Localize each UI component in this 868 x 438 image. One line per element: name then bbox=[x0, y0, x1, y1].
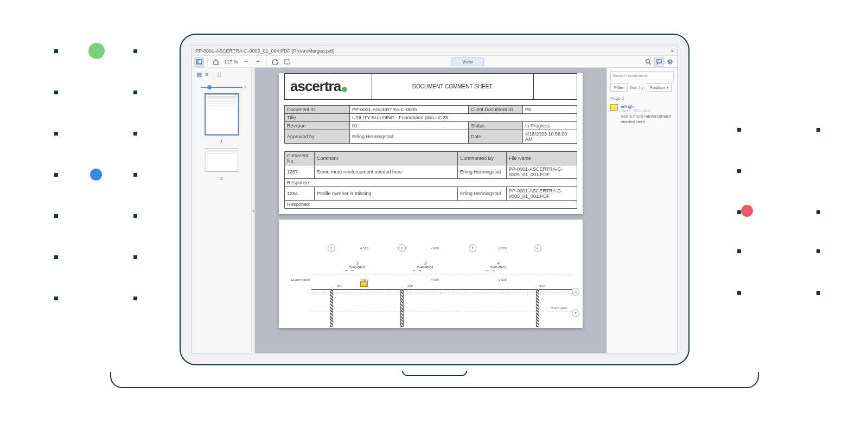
decor-square-dot bbox=[54, 91, 58, 94]
zoom-level[interactable]: 117 % bbox=[223, 59, 239, 65]
axis-letter: G bbox=[572, 288, 579, 295]
document-viewport[interactable]: ascertra DOCUMENT COMMENT SHEET. Documen… bbox=[255, 68, 607, 353]
beam-num: 2 bbox=[349, 261, 366, 266]
dimension-text: 330 bbox=[539, 285, 545, 288]
window-close-button[interactable]: × bbox=[671, 48, 674, 54]
table-row: Revision 01 Status In Progress bbox=[285, 122, 577, 130]
page-thumbnail-2[interactable] bbox=[206, 148, 238, 172]
dimension-text: 6 000 bbox=[499, 278, 507, 281]
thumb-size-slider[interactable]: − + bbox=[196, 84, 247, 90]
plus-icon: + bbox=[257, 59, 260, 65]
thumb-page-number: 2 bbox=[220, 176, 222, 181]
comments-search-input[interactable]: Search comments bbox=[610, 71, 674, 80]
axis-letter: F bbox=[572, 310, 579, 317]
sort-select[interactable]: Position ▾ bbox=[647, 83, 671, 92]
comment-author: erlingh bbox=[621, 104, 674, 109]
decor-square-dot bbox=[133, 49, 137, 53]
col-comment: Comment bbox=[315, 152, 458, 165]
value-doc-id: PP-0001-ASCERTRA-C-0005 bbox=[350, 106, 469, 114]
doc-header: ascertra DOCUMENT COMMENT SHEET. bbox=[284, 73, 577, 100]
thumb-list-icon[interactable]: ≡ bbox=[205, 71, 208, 80]
pdf-viewer-app: PP-0001-ASCERTRA-C-0005_01_004.PDF (ProA… bbox=[192, 46, 678, 353]
zoom-out-button[interactable]: − bbox=[241, 57, 251, 67]
value-revision: 01 bbox=[350, 122, 469, 130]
document-page-2: 1 2 3 4 4 590 4 980 6 000 2B-40-00-01 3B… bbox=[279, 220, 583, 328]
comments-page-label: Page 2 bbox=[610, 95, 674, 101]
decor-square-dot bbox=[816, 210, 820, 214]
table-row: 1284 Profile number is missing Erling He… bbox=[285, 187, 577, 201]
logo-text: ascertra bbox=[290, 78, 341, 95]
thumb-toolbar: ▦ ≡ ⌷ bbox=[196, 71, 247, 80]
sort-value: Position bbox=[649, 85, 665, 90]
slider-thumb[interactable] bbox=[207, 85, 212, 89]
label-date: Date bbox=[469, 130, 523, 144]
decor-square-dot bbox=[737, 249, 741, 253]
comments-table: Comment No Comment Commented By File Nam… bbox=[284, 151, 577, 209]
laptop-base bbox=[110, 372, 759, 388]
select-button[interactable] bbox=[282, 57, 292, 67]
page-thumbnail-1[interactable] bbox=[206, 94, 238, 134]
sidebar-toggle-button[interactable] bbox=[194, 57, 204, 67]
comment-sticky-note[interactable] bbox=[360, 281, 368, 287]
decor-square-dot bbox=[816, 249, 820, 253]
toolbar-center: View bbox=[451, 57, 484, 66]
decor-square-dot bbox=[133, 214, 137, 218]
separator bbox=[207, 57, 208, 66]
col-no: Comment No bbox=[285, 152, 315, 165]
filter-button[interactable]: Filter bbox=[610, 83, 628, 92]
axis-marker: 2 bbox=[398, 244, 406, 252]
label-doc-id: Document ID bbox=[285, 106, 350, 114]
home-button[interactable] bbox=[211, 57, 221, 67]
table-row: Approved by Erling Henningstad Date 4/18… bbox=[285, 130, 577, 144]
rotate-icon bbox=[272, 59, 278, 65]
separator bbox=[213, 71, 213, 80]
decor-square-dot bbox=[816, 128, 820, 132]
window-titlebar: PP-0001-ASCERTRA-C-0005_01_004.PDF (ProA… bbox=[192, 46, 677, 56]
app-body: ▦ ≡ ⌷ − + 1 bbox=[192, 68, 677, 353]
column-hatch bbox=[536, 289, 539, 327]
view-tab[interactable]: View bbox=[451, 57, 484, 66]
slider-minus: − bbox=[196, 84, 200, 90]
grid-line bbox=[311, 289, 572, 290]
search-icon bbox=[645, 59, 652, 65]
logo-dot-icon bbox=[342, 87, 347, 92]
grid-line bbox=[311, 312, 572, 312]
decor-square-dot bbox=[737, 128, 741, 132]
cell-comment: Some more reinforcement needed here bbox=[315, 165, 458, 179]
comments-panel-button[interactable] bbox=[654, 57, 664, 67]
search-button[interactable] bbox=[643, 57, 653, 67]
arrow-icon: ←→ bbox=[485, 267, 496, 273]
value-client-id: PE bbox=[523, 106, 577, 114]
comment-text: Some more reinforcement needed here bbox=[621, 114, 674, 124]
settings-button[interactable] bbox=[665, 57, 675, 67]
cell-response: Response: bbox=[285, 201, 577, 209]
comment-date: May 3, 2024 ADM bbox=[621, 109, 674, 113]
label-approved: Approved by bbox=[285, 130, 350, 144]
doc-header-blank bbox=[533, 74, 577, 99]
dimension-text: 6 000 bbox=[499, 247, 507, 250]
decor-dot-green bbox=[88, 43, 105, 59]
beam-num: 3 bbox=[417, 261, 433, 266]
decor-square-dot bbox=[737, 291, 741, 295]
decor-dot-red bbox=[741, 205, 753, 217]
slider-track bbox=[201, 87, 242, 88]
rotate-button[interactable] bbox=[270, 57, 280, 67]
thumb-grid-icon[interactable]: ▦ bbox=[196, 71, 202, 80]
svg-rect-2 bbox=[285, 60, 289, 64]
cell-no: 1284 bbox=[285, 187, 315, 201]
cell-file: PP-0001-ASCERTRA-C-0005_01_001.PDF bbox=[507, 165, 577, 179]
comment-list-item[interactable]: erlingh May 3, 2024 ADM Some more reinfo… bbox=[610, 104, 674, 124]
decor-square-dot bbox=[54, 173, 58, 177]
decor-square-dot bbox=[816, 291, 820, 295]
window-title: PP-0001-ASCERTRA-C-0005_01_004.PDF (ProA… bbox=[195, 48, 334, 54]
thumb-page-number: 1 bbox=[220, 139, 222, 144]
cell-file: PP-0001-ASCERTRA-C-0005_01_001.PDF bbox=[507, 187, 577, 201]
doc-title: DOCUMENT COMMENT SHEET. bbox=[372, 74, 533, 99]
drawing-note: 75mm open bbox=[550, 306, 567, 310]
table-row: Document ID PP-0001-ASCERTRA-C-0005 Clie… bbox=[285, 106, 577, 114]
logo-cell: ascertra bbox=[285, 74, 372, 99]
zoom-in-button[interactable]: + bbox=[253, 57, 263, 67]
thumb-stamp-icon[interactable]: ⌷ bbox=[218, 71, 221, 80]
svg-rect-0 bbox=[196, 60, 202, 64]
marquee-icon bbox=[284, 59, 290, 65]
